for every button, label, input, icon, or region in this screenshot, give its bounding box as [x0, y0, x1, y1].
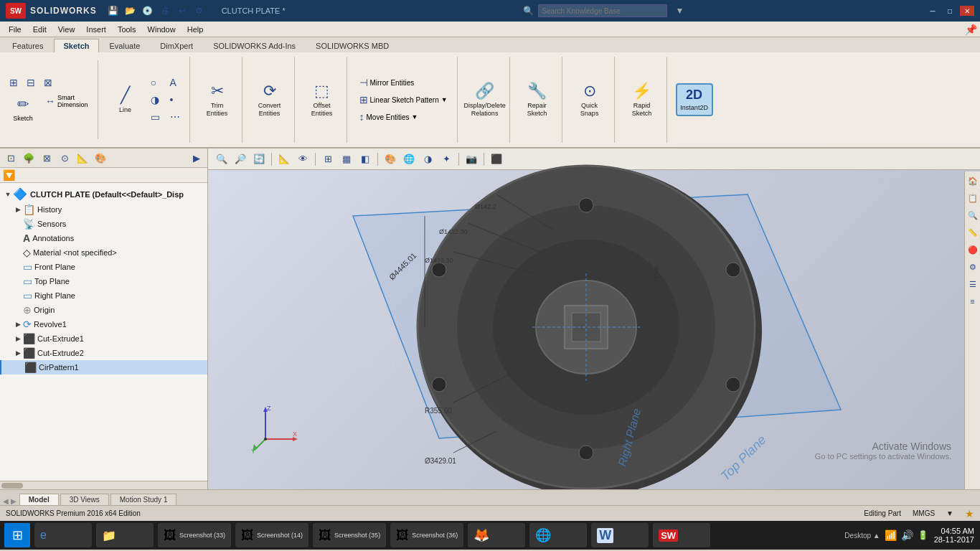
tree-item-cut-extrude2[interactable]: ▶ ⬛ Cut-Extrude2	[0, 346, 207, 360]
tree-item-top-plane[interactable]: ▶ ▭ Top Plane	[0, 274, 207, 288]
panel-btn-dimxpert[interactable]: 📐	[75, 151, 90, 165]
rp-settings-btn[interactable]: ⚙	[966, 260, 979, 273]
sensors-expander[interactable]: ▶	[13, 219, 23, 229]
taskbar-app-firefox[interactable]: 🦊	[468, 523, 525, 547]
trim-entities-btn[interactable]: ✂ TrimEntities	[199, 78, 236, 121]
repair-sketch-btn[interactable]: 🔧 RepairSketch	[519, 78, 556, 121]
history-expander[interactable]: ▶	[13, 204, 23, 215]
start-button[interactable]: ⊞	[4, 523, 30, 547]
centerline-btn[interactable]: ⋯	[166, 109, 184, 125]
search-input[interactable]	[538, 4, 667, 17]
tree-item-cirpattern1[interactable]: ▶ ⬛ CirPattern1	[0, 360, 207, 375]
mirror-entities-btn[interactable]: ⊣ Mirror Entities	[356, 75, 451, 90]
menu-window[interactable]: Window	[142, 24, 182, 35]
tree-root[interactable]: ▼ 🔷 CLUTCH PLATE (Default<<Default>_Disp	[0, 186, 207, 202]
smart-dim-btn[interactable]: ↔ SmartDimension	[42, 92, 92, 110]
menu-insert[interactable]: Insert	[80, 24, 112, 35]
offset-entities-btn[interactable]: ⬚ OffsetEntities	[303, 78, 341, 121]
restore-button[interactable]: □	[943, 6, 957, 16]
ribbon-grid-btn3[interactable]: ⊠	[40, 75, 56, 90]
cut-extrude2-expander[interactable]: ▶	[13, 348, 23, 358]
taskbar-app-chrome[interactable]: 🌐	[529, 523, 587, 547]
line-tool-btn[interactable]: ╱ Line	[107, 83, 144, 118]
cut-extrude1-expander[interactable]: ▶	[13, 334, 23, 344]
point-btn[interactable]: •	[166, 92, 184, 108]
minimize-button[interactable]: ─	[925, 6, 940, 16]
vp-rotate-btn[interactable]: 🔄	[251, 151, 267, 167]
menu-file[interactable]: File	[3, 24, 27, 35]
panel-btn-more[interactable]: ▶	[189, 151, 204, 165]
clock-area[interactable]: 04:55 AM 28-11-2017	[934, 527, 974, 544]
qa-new[interactable]: 💾	[105, 4, 121, 18]
panel-btn-configmanager[interactable]: ⊙	[57, 151, 72, 165]
move-dropdown[interactable]: ▼	[412, 113, 418, 121]
linear-dropdown[interactable]: ▼	[441, 96, 448, 103]
move-entities-btn[interactable]: ↕ Move Entities ▼	[356, 109, 451, 125]
tab-dimxpert[interactable]: DimXpert	[151, 39, 202, 52]
tab-features[interactable]: Features	[3, 39, 52, 52]
panel-btn-displaymanager[interactable]: 🎨	[93, 151, 108, 165]
rp-home-btn[interactable]: 🏠	[966, 174, 979, 187]
tab-motionstudy1[interactable]: Motion Study 1	[110, 494, 177, 505]
tree-item-cut-extrude1[interactable]: ▶ ⬛ Cut-Extrude1	[0, 331, 207, 346]
front-plane-expander[interactable]: ▶	[13, 262, 23, 272]
menu-help[interactable]: Help	[182, 24, 209, 35]
right-plane-expander[interactable]: ▶	[13, 291, 23, 301]
top-plane-expander[interactable]: ▶	[13, 276, 23, 286]
tab-mbd[interactable]: SOLIDWORKS MBD	[306, 39, 398, 52]
ribbon-grid-btn2[interactable]: ⊟	[23, 75, 39, 90]
circle-btn[interactable]: ○	[147, 75, 164, 90]
taskbar-app-screenshot2[interactable]: 🖼 Screenshot (14)	[235, 523, 308, 547]
tab-3dviews[interactable]: 3D Views	[60, 494, 109, 505]
taskbar-app-screenshot1[interactable]: 🖼 Screenshot (33)	[158, 523, 231, 547]
sketch-button[interactable]: ✏ Sketch	[6, 92, 40, 126]
taskbar-app-ie[interactable]: e	[34, 523, 92, 547]
rp-list2-btn[interactable]: ≡	[966, 295, 979, 308]
quick-snaps-btn[interactable]: ⊙ QuickSnaps	[571, 78, 608, 121]
root-expander[interactable]: ▼	[3, 189, 13, 199]
tree-item-material[interactable]: ▶ ◇ Material <not specified>	[0, 245, 207, 260]
rp-measure-btn[interactable]: 📏	[966, 226, 979, 239]
menu-view[interactable]: View	[52, 24, 81, 35]
taskbar-app-word[interactable]: W	[591, 523, 649, 547]
units-dropdown[interactable]: ▼	[946, 509, 953, 517]
instant2d-btn[interactable]: 2D Instant2D	[676, 83, 713, 116]
ribbon-grid-btn1[interactable]: ⊞	[6, 75, 22, 90]
tree-item-sensors[interactable]: ▶ 📡 Sensors	[0, 217, 207, 231]
tab-addins[interactable]: SOLIDWORKS Add-Ins	[204, 39, 305, 52]
search-dropdown[interactable]: ▼	[672, 4, 687, 18]
qa-save[interactable]: 💿	[140, 4, 156, 18]
tab-evaluate[interactable]: Evaluate	[100, 39, 150, 52]
revolve1-expander[interactable]: ▶	[13, 319, 23, 329]
tab-model[interactable]: Model	[19, 494, 59, 505]
taskbar-app-screenshot4[interactable]: 🖼 Screenshot (36)	[390, 523, 463, 547]
panel-btn-propmanager[interactable]: ⊠	[39, 151, 55, 165]
viewport[interactable]: 🔍 🔎 🔄 📐 👁 ⊞ ▦ ◧ 🎨 🌐 ◑ ✦ 📷 ⬛	[208, 149, 980, 489]
convert-entities-btn[interactable]: ⟳ ConvertEntities	[251, 78, 288, 121]
rp-zoom-btn[interactable]: 🔍	[966, 209, 979, 222]
rp-color-btn[interactable]: 🔴	[966, 243, 979, 256]
menu-tools[interactable]: Tools	[112, 24, 142, 35]
tree-item-front-plane[interactable]: ▶ ▭ Front Plane	[0, 260, 207, 274]
panel-btn-motionmanager[interactable]: ⊡	[3, 151, 19, 165]
origin-expander[interactable]: ▶	[13, 305, 23, 315]
qa-rebuild[interactable]: ⚙	[192, 4, 207, 18]
annotations-expander[interactable]: ▶	[13, 233, 23, 243]
rapid-sketch-btn[interactable]: ⚡ RapidSketch	[623, 78, 661, 121]
taskbar-app-screenshot3[interactable]: 🖼 Screenshot (35)	[313, 523, 386, 547]
tree-item-origin[interactable]: ▶ ⊕ Origin	[0, 303, 207, 317]
tree-item-right-plane[interactable]: ▶ ▭ Right Plane	[0, 288, 207, 303]
panel-btn-featuremanager[interactable]: 🌳	[21, 151, 37, 165]
rect-btn[interactable]: ▭	[147, 109, 164, 125]
pin-button[interactable]: 📌	[965, 24, 977, 35]
tray-desktop-btn[interactable]: Desktop ▲	[844, 532, 880, 540]
vp-zoom-btn[interactable]: 🔍	[214, 151, 230, 167]
linear-sketch-btn[interactable]: ⊞ Linear Sketch Pattern ▼	[356, 92, 451, 108]
text-btn[interactable]: A	[166, 75, 184, 90]
taskbar-app-sw[interactable]: SW	[653, 523, 710, 547]
menu-edit[interactable]: Edit	[27, 24, 52, 35]
taskbar-app-explorer[interactable]: 📁	[96, 523, 154, 547]
qa-print[interactable]: 🖨	[157, 4, 173, 18]
qa-open[interactable]: 📂	[123, 4, 138, 18]
cirpattern1-expander[interactable]: ▶	[14, 362, 24, 372]
